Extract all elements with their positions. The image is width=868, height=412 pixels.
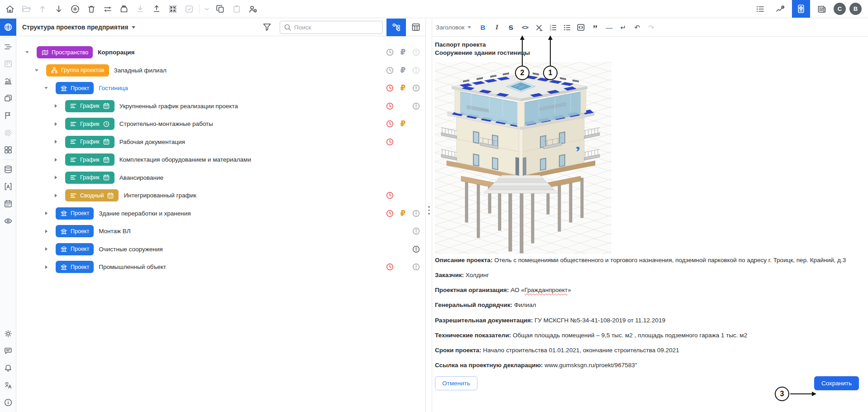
checkbox-icon[interactable] (181, 1, 197, 17)
editor-content[interactable]: Паспорт проекта Сооружение здании гостин… (433, 37, 868, 393)
avatar-b[interactable]: B (849, 3, 862, 15)
filter-sliders-icon[interactable] (100, 1, 116, 17)
caret-collapsed-icon[interactable] (52, 151, 60, 169)
clear-format-button[interactable] (532, 20, 546, 35)
project-structure-panel: Структура проектов предприятия Пространс… (17, 19, 425, 412)
open-folder-icon[interactable] (18, 1, 34, 17)
calendar-icon (103, 174, 110, 181)
code-block-button[interactable] (574, 20, 588, 35)
heading-style-dropdown[interactable]: Заголовок (435, 24, 476, 31)
toolbar-left-group (0, 1, 261, 17)
home-icon[interactable] (2, 1, 18, 17)
warning-icon (412, 66, 420, 75)
table-view-toggle[interactable] (406, 19, 425, 36)
tree-view-toggle[interactable] (386, 19, 406, 36)
more-caret-icon[interactable] (201, 1, 212, 17)
tree-row-montazh-vl[interactable]: Проект Монтаж ВЛ (17, 222, 425, 240)
structure-title-dropdown[interactable]: Структура проектов предприятия (22, 24, 135, 31)
arrow-up-icon[interactable] (34, 1, 51, 17)
caret-collapsed-icon[interactable] (52, 169, 60, 187)
tree-row-integrirovannyj-grafik[interactable]: Сводный Интегрированный график (17, 187, 425, 205)
project-passport-tab[interactable] (792, 0, 810, 18)
gantt-lines-icon[interactable] (0, 38, 16, 55)
hatch-icon[interactable] (0, 124, 16, 141)
tree-row-gostinica[interactable]: Проект Гостиница ₽ (17, 79, 425, 97)
globe-icon[interactable] (0, 19, 16, 36)
caret-collapsed-icon[interactable] (52, 97, 60, 115)
upload-icon[interactable] (148, 1, 165, 17)
caret-expanded-icon[interactable] (42, 79, 50, 97)
flag-icon[interactable] (0, 107, 16, 124)
line-break-button[interactable]: ↵ (616, 20, 630, 35)
toolbar-divider (199, 4, 200, 14)
caret-collapsed-icon[interactable] (42, 222, 50, 240)
tree-row-smr[interactable]: График Строительно-монтажные работы ₽ (17, 115, 425, 133)
add-circle-icon[interactable] (67, 1, 83, 17)
eye-icon[interactable] (0, 212, 16, 230)
tree-row-zdanie-pererabotki[interactable]: Проект Здание переработки и хранения ₽ (17, 205, 425, 223)
tree-row-rabochaya-dokumentaciya[interactable]: График Рабочая документация (17, 133, 425, 151)
theme-sun-icon[interactable] (0, 325, 16, 342)
caret-collapsed-icon[interactable] (52, 115, 60, 133)
collapse-all-icon[interactable] (165, 1, 181, 17)
info-icon[interactable] (0, 394, 16, 411)
strikethrough-button[interactable]: S (504, 20, 518, 35)
news-feed-icon[interactable] (814, 1, 830, 17)
tree-row-komplektaciya[interactable]: График Комплектация оборудованием и мате… (17, 151, 425, 169)
field-permits: Разрешительная документация: ГУ МСКСГН №… (435, 316, 856, 325)
search-input[interactable] (294, 24, 379, 31)
blockquote-button[interactable]: ” (588, 20, 602, 35)
bold-button[interactable]: B (476, 20, 490, 35)
save-button[interactable]: Сохранить (814, 376, 859, 390)
redo-button[interactable]: ↷ (644, 20, 658, 35)
horizontal-rule-button[interactable]: — (602, 20, 616, 35)
bell-icon[interactable] (0, 359, 16, 377)
kanban-board-icon[interactable] (0, 55, 16, 72)
tree-row-zapadnyj-filial[interactable]: Группа проектов Западный филиал ₽ (17, 62, 425, 80)
filter-funnel-icon[interactable] (259, 19, 275, 35)
tree-row-ochistnye[interactable]: Проект Очистные сооружения (17, 240, 425, 259)
row-status-icons: ₽ (383, 62, 423, 80)
list-view-icon[interactable] (752, 1, 768, 17)
badge-project: Проект (56, 225, 94, 237)
bank-icon (60, 263, 67, 271)
caret-collapsed-icon[interactable] (42, 240, 50, 259)
download-icon[interactable] (132, 1, 148, 17)
tree-row-ukrupnennyj-grafik[interactable]: График Укрупненный график реализации про… (17, 97, 425, 115)
translate-icon[interactable] (0, 377, 16, 394)
unordered-list-button[interactable] (560, 20, 574, 35)
paste-icon[interactable] (229, 1, 245, 17)
cancel-button[interactable]: Отменить (435, 376, 477, 390)
inline-code-button[interactable]: <> (518, 20, 532, 35)
bank-icon (60, 85, 67, 92)
caret-collapsed-icon[interactable] (42, 205, 50, 223)
grid-icon[interactable] (0, 141, 16, 158)
copy-icon[interactable] (212, 1, 229, 17)
caret-collapsed-icon[interactable] (42, 258, 50, 276)
undo-button[interactable]: ↶ (630, 20, 644, 35)
arrow-down-icon[interactable] (51, 1, 67, 17)
splitter-handle-icon[interactable] (428, 206, 430, 215)
search-icon (284, 24, 291, 31)
caret-expanded-icon[interactable] (23, 43, 31, 62)
calendar-icon[interactable] (0, 195, 16, 212)
avatar-c[interactable]: C (834, 3, 846, 15)
trash-icon[interactable] (83, 1, 100, 17)
database-icon[interactable] (0, 161, 16, 178)
caret-collapsed-icon[interactable] (52, 187, 60, 205)
caret-collapsed-icon[interactable] (52, 133, 60, 151)
user-settings-icon[interactable] (245, 1, 261, 17)
tree-row-promyshlennyj-obekt[interactable]: Проект Промышленный объект (17, 258, 425, 276)
chart-flag-icon[interactable] (0, 72, 16, 90)
text-block-icon[interactable] (0, 178, 16, 195)
caret-expanded-icon[interactable] (33, 62, 41, 80)
panel-splitter[interactable] (425, 19, 432, 412)
chat-icon[interactable] (0, 342, 16, 359)
activity-chart-icon[interactable] (772, 1, 788, 17)
layers-icon[interactable] (0, 90, 16, 107)
archive-box-icon[interactable] (116, 1, 132, 17)
ordered-list-button[interactable]: 123 (546, 20, 560, 35)
tree-row-avansirovanie[interactable]: График Авансирование (17, 169, 425, 187)
italic-button[interactable]: I (490, 20, 504, 35)
tree-row-korporaciya[interactable]: Пространство Корпорация ₽ (17, 43, 425, 62)
